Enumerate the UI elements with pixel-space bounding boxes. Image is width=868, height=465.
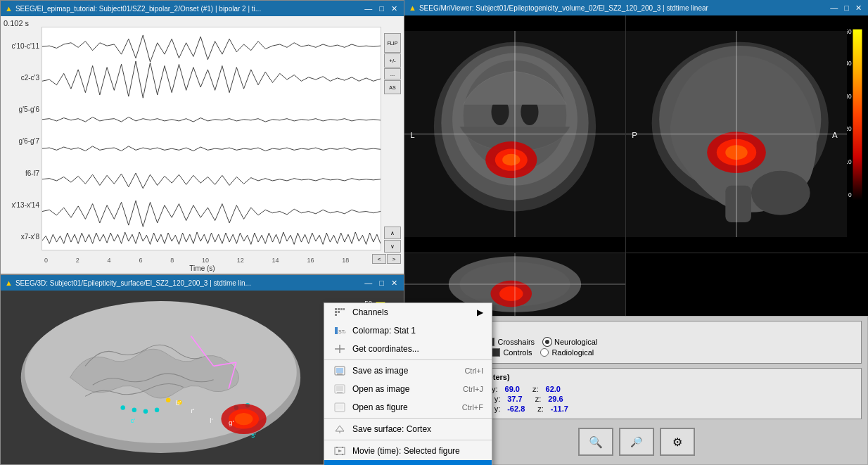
mri-close-btn[interactable]: ✕ <box>853 4 864 13</box>
svg-rect-67 <box>335 308 337 310</box>
radiological-label: Radiological <box>551 348 594 357</box>
next-button[interactable]: > <box>387 254 401 264</box>
save-image-label: Save as image <box>352 366 445 376</box>
svg-point-8 <box>155 407 159 412</box>
svg-rect-72 <box>338 311 340 313</box>
time-axis-12: 12 <box>237 257 244 264</box>
svg-rect-69 <box>340 308 343 310</box>
svg-text:40: 40 <box>847 60 852 67</box>
mni-z-value: -11.7 <box>551 405 568 413</box>
time-axis-2: 2 <box>76 257 79 264</box>
context-menu-save-surface[interactable]: Save surface: Cortex <box>324 420 492 438</box>
context-menu: Channels ▶ STAT Colormap: Stat 1 Get coo… <box>324 302 492 465</box>
svg-rect-91 <box>336 454 338 455</box>
svg-point-5 <box>121 405 125 409</box>
svg-text:b': b' <box>176 399 181 407</box>
svg-point-11 <box>166 397 170 402</box>
mni-z-label: z: <box>537 405 544 413</box>
svg-rect-70 <box>343 308 345 310</box>
radiological-radio[interactable] <box>540 348 549 357</box>
context-menu-movie-all[interactable]: Movie (time): All figures <box>324 460 492 465</box>
colormap-label: Colormap: Stat 1 <box>352 326 483 336</box>
eeg-channel-label-2: c2-c'3 <box>4 74 42 82</box>
open-figure-label: Open as figure <box>352 402 442 412</box>
threed-title: SEEG/3D: Subject01/Epilepticity_surface/… <box>15 279 251 287</box>
colorscale-svg: 50 40 30 20 10 0 <box>847 26 868 223</box>
context-menu-colormap[interactable]: STAT Colormap: Stat 1 <box>324 321 492 340</box>
mri-sagittal-svg: P A <box>626 15 847 253</box>
threed-maximize-btn[interactable]: □ <box>377 279 386 288</box>
eeg-waveform-svg <box>42 27 381 250</box>
mri-y-value: 69.0 <box>505 385 520 393</box>
controls-checkbox[interactable] <box>492 348 500 357</box>
context-menu-get-coords[interactable]: Get coordinates... <box>324 340 492 358</box>
eeg-close-btn[interactable]: ✕ <box>389 4 400 13</box>
mri-maximize-btn[interactable]: □ <box>842 4 851 12</box>
mri-titlebar: ▲ SEEG/MriViewer: Subject01/Epileptogeni… <box>404 0 868 15</box>
channels-label: Channels <box>352 307 468 317</box>
mri-window-controls: — □ ✕ <box>828 4 864 13</box>
get-coords-icon <box>333 343 347 355</box>
open-figure-shortcut: Ctrl+F <box>462 403 483 412</box>
separator-3 <box>324 440 492 440</box>
save-image-shortcut: Ctrl+I <box>464 367 483 375</box>
flip-button[interactable]: FLIP <box>384 33 401 53</box>
mni-y-value: -62.8 <box>507 405 525 413</box>
svg-text:A: A <box>832 131 838 139</box>
eeg-maximize-btn[interactable]: □ <box>377 4 386 13</box>
svg-text:c': c' <box>130 416 135 424</box>
svg-text:10: 10 <box>847 158 852 165</box>
mri-z-label: z: <box>532 385 539 393</box>
mri-title-icon: ▲ <box>409 4 416 12</box>
context-menu-open-figure[interactable]: Open as figure Ctrl+F <box>324 398 492 416</box>
settings-button[interactable]: ⚙ <box>660 428 695 456</box>
eeg-minimize-btn[interactable]: — <box>362 4 374 13</box>
crosshairs-option: Crosshairs <box>486 338 535 346</box>
context-menu-open-image[interactable]: Open as image Ctrl+J <box>324 380 492 398</box>
eeg-channel-label-5: f6-f7 <box>4 170 42 177</box>
svg-marker-86 <box>336 426 344 431</box>
as-button[interactable]: AS <box>384 80 401 94</box>
down-button[interactable]: ∨ <box>384 240 401 253</box>
svg-text:20: 20 <box>847 125 852 132</box>
neurological-radio[interactable] <box>543 338 551 346</box>
channels-arrow: ▶ <box>477 307 483 317</box>
mri-colorscale: 50 40 30 20 10 0 <box>847 15 868 253</box>
open-image-shortcut: Ctrl+J <box>463 385 483 393</box>
svg-rect-73 <box>335 314 337 316</box>
colormap-icon: STAT <box>333 325 347 336</box>
svg-text:l': l' <box>210 416 212 424</box>
scale-button[interactable]: +/- <box>384 53 401 68</box>
controls-label: Controls <box>503 348 532 357</box>
svg-text:P: P <box>632 131 637 139</box>
mni-y-label: y: <box>494 405 501 413</box>
separator-1 <box>324 359 492 360</box>
search-button[interactable]: 🔍 <box>578 428 613 456</box>
time-axis-4: 4 <box>108 257 111 264</box>
threed-minimize-btn[interactable]: — <box>362 279 374 288</box>
scs-y-value: 37.7 <box>507 395 522 403</box>
time-axis-18: 18 <box>342 257 349 264</box>
context-menu-save-image[interactable]: Save as image Ctrl+I <box>324 362 492 380</box>
svg-text:r': r' <box>191 407 194 414</box>
movie-selected-icon <box>333 445 347 457</box>
time-axis-10: 10 <box>202 257 209 264</box>
time-axis-6: 6 <box>139 257 142 264</box>
threed-close-btn[interactable]: ✕ <box>389 279 400 288</box>
up-button[interactable]: ∧ <box>384 227 401 239</box>
prev-button[interactable]: < <box>372 254 386 264</box>
dot-button[interactable]: ... <box>384 68 401 79</box>
time-axis-8: 8 <box>170 257 174 264</box>
svg-rect-90 <box>342 447 343 448</box>
context-menu-channels[interactable]: Channels ▶ <box>324 303 492 321</box>
eeg-window: ▲ SEEG/El_epimap_tutorial: Subject01/SZ2… <box>0 0 404 274</box>
svg-point-15 <box>235 413 253 425</box>
neurological-label: Neurological <box>554 338 597 346</box>
crosshairs-label: Crosshairs <box>497 338 535 346</box>
svg-text:g': g' <box>229 419 234 426</box>
zoom-button[interactable]: 🔎 <box>619 428 654 456</box>
context-menu-movie-selected[interactable]: Movie (time): Selected figure <box>324 442 492 460</box>
svg-rect-89 <box>336 447 338 448</box>
threed-window-controls: — □ ✕ <box>362 279 400 288</box>
mri-minimize-btn[interactable]: — <box>828 4 840 12</box>
